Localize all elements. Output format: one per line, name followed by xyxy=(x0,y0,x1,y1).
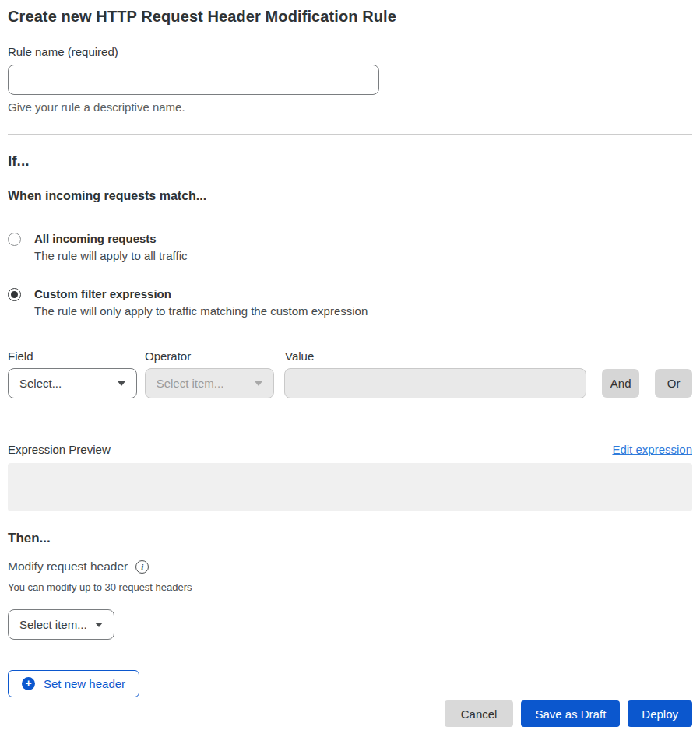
modify-header-action-row: Modify request header i xyxy=(8,560,692,574)
operator-select[interactable]: Select item... xyxy=(145,368,275,398)
section-divider xyxy=(8,134,692,135)
radio-label: All incoming requests xyxy=(34,232,187,245)
modify-header-help: You can modify up to 30 request headers xyxy=(8,581,692,593)
expression-preview-label: Expression Preview xyxy=(8,443,111,456)
field-select[interactable]: Select... xyxy=(8,368,137,398)
edit-expression-link[interactable]: Edit expression xyxy=(612,443,692,456)
deploy-button[interactable]: Deploy xyxy=(628,700,692,727)
expression-builder-labels: Field Operator Value xyxy=(8,349,692,363)
plus-icon: + xyxy=(22,677,35,690)
match-subheading: When incoming requests match... xyxy=(8,189,692,203)
modify-header-label: Modify request header xyxy=(8,560,128,574)
chevron-down-icon xyxy=(118,381,125,386)
expression-builder-row: Select... Select item... And Or xyxy=(8,368,692,398)
or-button[interactable]: Or xyxy=(655,369,692,398)
then-heading: Then... xyxy=(8,531,692,546)
operator-select-value: Select item... xyxy=(157,377,224,390)
set-new-header-label: Set new header xyxy=(44,677,125,690)
set-new-header-button[interactable]: + Set new header xyxy=(8,670,139,697)
value-column-label: Value xyxy=(285,349,314,363)
create-rule-form: Create new HTTP Request Header Modificat… xyxy=(0,0,700,727)
and-button[interactable]: And xyxy=(602,369,639,398)
header-action-select-value: Select item... xyxy=(19,618,87,631)
radio-indicator[interactable] xyxy=(8,233,21,246)
info-icon[interactable]: i xyxy=(135,560,149,574)
cancel-button[interactable]: Cancel xyxy=(445,700,514,727)
header-action-select[interactable]: Select item... xyxy=(8,609,114,640)
radio-description: The rule will only apply to traffic matc… xyxy=(34,304,368,318)
field-select-value: Select... xyxy=(19,377,62,390)
if-heading: If... xyxy=(8,153,692,170)
chevron-down-icon xyxy=(95,623,103,627)
rule-name-label: Rule name (required) xyxy=(8,45,692,58)
rule-name-help: Give your rule a descriptive name. xyxy=(8,100,692,114)
page-title: Create new HTTP Request Header Modificat… xyxy=(8,8,692,26)
radio-option-custom-expression[interactable]: Custom filter expression The rule will o… xyxy=(8,287,692,318)
radio-label: Custom filter expression xyxy=(34,287,368,300)
value-input[interactable] xyxy=(284,368,586,398)
form-footer: Cancel Save as Draft Deploy xyxy=(8,700,692,727)
expression-preview-box xyxy=(8,463,692,511)
save-as-draft-button[interactable]: Save as Draft xyxy=(521,700,620,727)
field-column-label: Field xyxy=(8,349,145,363)
expression-preview-header: Expression Preview Edit expression xyxy=(8,443,692,456)
radio-option-all-requests[interactable]: All incoming requests The rule will appl… xyxy=(8,232,692,262)
rule-name-input[interactable] xyxy=(8,65,379,95)
operator-column-label: Operator xyxy=(145,349,285,363)
chevron-down-icon xyxy=(255,381,262,386)
radio-description: The rule will apply to all traffic xyxy=(34,249,187,262)
radio-indicator[interactable] xyxy=(8,288,21,301)
